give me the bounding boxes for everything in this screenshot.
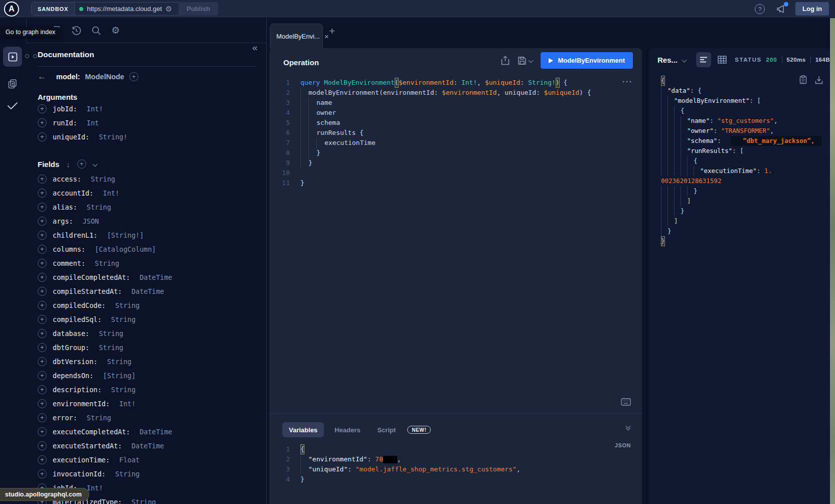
settings-gear-icon[interactable]: ⚙ [111,26,120,35]
endpoint-url[interactable]: https://metadata.cloud.get [87,5,162,13]
help-icon[interactable]: ? [755,4,765,14]
field-row[interactable]: dbtGroup:String [38,341,258,355]
field-type[interactable]: String [87,203,111,211]
field-row[interactable]: dependsOn:[String] [38,369,258,383]
field-row[interactable]: runId:Int [38,116,258,130]
rail-explorer-icon[interactable] [3,47,22,67]
rail-schema-icon[interactable] [3,74,22,94]
field-row[interactable]: columns:[CatalogColumn] [38,242,258,256]
add-field-icon[interactable] [38,343,47,352]
add-field-icon[interactable] [38,245,47,254]
field-row[interactable]: args:JSON [38,214,258,228]
field-row[interactable]: childrenL1:[String!] [38,228,258,242]
table-view-toggle-icon[interactable] [718,56,727,64]
field-type[interactable]: Int! [87,105,103,113]
response-title[interactable]: Res... [657,56,678,64]
field-row[interactable]: compiledCode:String [38,298,258,312]
field-row[interactable]: compileStartedAt:DateTime [38,284,258,298]
share-operation-icon[interactable] [501,56,510,65]
field-type[interactable]: [CatalogColumn] [95,245,156,253]
add-field-icon[interactable] [38,273,47,282]
add-field-icon[interactable] [38,175,47,184]
field-type[interactable]: Int! [119,400,136,408]
tab-variables[interactable]: Variables [282,422,324,437]
field-row[interactable]: compileCompletedAt:DateTime [38,270,258,284]
copy-response-icon[interactable] [799,75,807,84]
add-type-icon[interactable] [129,72,138,81]
add-field-icon[interactable] [38,104,47,113]
collapse-variables-icon[interactable] [626,424,630,430]
editor-menu-icon[interactable]: ··· [622,77,633,86]
variables-editor[interactable]: 1{2"environmentId": 78,3"uniqueId": "mod… [279,444,521,484]
download-response-icon[interactable] [815,75,823,84]
field-row[interactable]: uniqueId:String! [38,130,258,144]
add-field-icon[interactable] [38,427,47,436]
add-field-icon[interactable] [38,189,47,198]
field-type[interactable]: String [91,175,115,183]
field-type[interactable]: DateTime [131,287,164,295]
add-field-icon[interactable] [38,385,47,394]
field-type[interactable]: Float [119,456,140,464]
field-type[interactable]: DateTime [139,428,172,436]
field-type[interactable]: String [87,414,111,422]
apollo-logo-icon[interactable]: A [4,2,19,17]
announcements-icon[interactable] [776,4,787,14]
field-type[interactable]: String [111,315,136,323]
field-row[interactable]: accountId:Int! [38,186,258,200]
run-operation-button[interactable]: ModelByEnvironment [541,52,633,69]
history-icon[interactable] [71,26,81,36]
save-options-chevron-icon[interactable] [529,58,534,63]
add-field-icon[interactable] [38,357,47,366]
rail-checks-icon[interactable] [3,96,22,116]
field-row[interactable]: description:String [38,383,258,397]
search-icon[interactable] [91,26,101,36]
field-row[interactable]: access:String [38,172,258,186]
operation-tab-label[interactable]: ModelByEnvi... [276,33,320,40]
field-type[interactable]: String [95,259,119,267]
field-row[interactable]: error:String [38,411,258,425]
field-type[interactable]: Int! [87,484,103,492]
field-type[interactable]: DateTime [131,442,164,450]
add-field-icon[interactable] [38,203,47,212]
operation-tab[interactable]: ModelByEnvi... × [270,24,323,49]
field-type[interactable]: [String!] [107,231,143,239]
field-type[interactable]: String [111,386,136,394]
field-row[interactable]: invocationId:String [38,467,258,481]
field-row[interactable]: executeStartedAt:DateTime [38,439,258,453]
field-type[interactable]: String [115,301,140,309]
add-field-icon[interactable] [38,455,47,464]
add-field-icon[interactable] [38,441,47,450]
field-row[interactable]: alias:String [38,200,258,214]
sort-fields-icon[interactable]: ↓ [66,160,70,169]
field-row[interactable]: dbtVersion:String [38,355,258,369]
close-tab-icon[interactable]: × [324,32,329,41]
add-field-icon[interactable] [38,132,47,141]
field-type[interactable]: [String] [103,372,135,380]
field-row[interactable]: executeCompletedAt:DateTime [38,425,258,439]
add-field-icon[interactable] [38,118,47,127]
field-type[interactable]: String [99,344,123,352]
back-arrow-icon[interactable]: ← [38,72,46,82]
add-field-icon[interactable] [38,315,47,324]
field-type[interactable]: String [115,470,140,478]
field-row[interactable]: database:String [38,326,258,341]
add-field-icon[interactable] [38,413,47,422]
field-type[interactable]: Int! [103,189,119,197]
keyboard-shortcuts-icon[interactable] [621,398,631,406]
response-dropdown-chevron-icon[interactable] [682,57,687,62]
response-json[interactable]: {"data": {"modelByEnvironment": [{"name"… [661,76,821,246]
add-field-icon[interactable] [38,231,47,240]
field-type[interactable]: String [107,358,131,366]
field-type[interactable]: JSON [83,217,99,225]
type-value[interactable]: ModelNode [85,73,124,81]
field-type[interactable]: String [99,329,123,338]
endpoint-settings-icon[interactable]: ⚙ [165,5,172,13]
add-field-icon[interactable] [38,399,47,408]
field-type[interactable]: String [131,498,156,504]
query-editor[interactable]: 1query ModelByEnvironment($environmentId… [279,78,591,188]
new-tab-icon[interactable]: + [329,25,335,37]
fields-options-chevron-icon[interactable] [92,161,97,166]
add-field-icon[interactable] [38,371,47,380]
add-all-fields-icon[interactable] [77,159,86,169]
add-field-icon[interactable] [38,287,47,296]
